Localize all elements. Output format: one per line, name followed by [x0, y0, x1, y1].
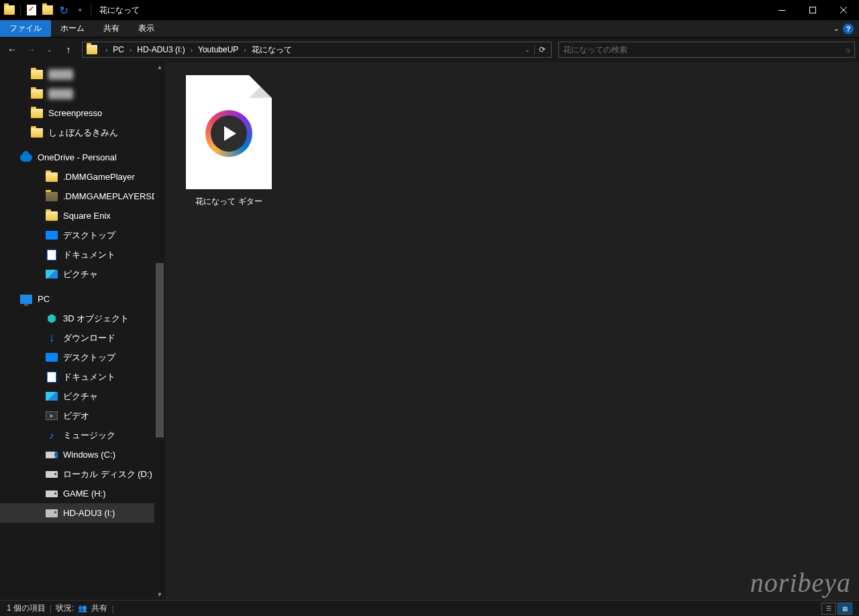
sidebar-item-documents[interactable]: ドキュメント: [0, 245, 165, 264]
up-button[interactable]: ↑: [60, 42, 77, 58]
details-view-button[interactable]: ☰: [821, 603, 836, 615]
search-input[interactable]: [563, 45, 846, 54]
separator: [91, 4, 91, 16]
media-file-icon: [186, 75, 272, 189]
undo-icon[interactable]: ↺: [57, 3, 70, 17]
sidebar-item-dmmgameplayersd[interactable]: .DMMGAMEPLAYERSD: [0, 187, 165, 206]
status-share-label: 状況:: [56, 603, 74, 614]
svg-rect-0: [778, 10, 785, 11]
nav-bar: ← → ⌄ ↑ › PC › HD-ADU3 (I:) › YoutubeUP …: [0, 38, 859, 62]
tab-view[interactable]: 表示: [129, 20, 164, 37]
sidebar-item-3dobjects[interactable]: ⬢3D オブジェクト: [0, 309, 165, 328]
qat-dropdown-icon[interactable]: ▾: [73, 3, 87, 17]
search-icon[interactable]: ⌕: [846, 45, 850, 54]
svg-rect-1: [810, 7, 816, 13]
chevron-right-icon[interactable]: ›: [125, 46, 136, 54]
music-icon: ♪: [46, 429, 58, 442]
folder-icon: [87, 45, 99, 55]
sidebar-item-music[interactable]: ♪ミュージック: [0, 425, 165, 445]
new-folder-icon[interactable]: [41, 3, 54, 17]
folder-icon: [3, 3, 16, 17]
icons-view-button[interactable]: ▦: [838, 603, 852, 615]
close-button[interactable]: [828, 0, 859, 20]
sidebar-scrollbar[interactable]: ▲ ▼: [154, 62, 165, 600]
sidebar-item-pictures[interactable]: ピクチャ: [0, 264, 165, 284]
ribbon-tabs: ファイル ホーム 共有 表示 ⌄ ?: [0, 20, 859, 38]
forward-button[interactable]: →: [23, 42, 39, 58]
sidebar-item-screenpresso[interactable]: Screenpresso: [0, 103, 165, 123]
sidebar-item-desktop[interactable]: デスクトップ: [0, 348, 165, 367]
sidebar-item-folder[interactable]: しょぼんるきみん: [0, 123, 165, 142]
cube-icon: ⬢: [46, 313, 58, 325]
quick-access-toolbar: ↺ ▾: [0, 3, 95, 17]
ribbon-expand-icon[interactable]: ⌄: [833, 25, 839, 32]
sidebar-item-documents[interactable]: ドキュメント: [0, 367, 165, 387]
sidebar-item-hidden[interactable]: ████: [0, 84, 165, 103]
people-icon: 👥: [78, 604, 87, 613]
breadcrumb-folder-1[interactable]: YoutubeUP: [197, 45, 240, 54]
sidebar-item-squareenix[interactable]: Square Enix: [0, 206, 165, 225]
sidebar-item-pc[interactable]: PC: [0, 289, 165, 309]
sidebar-item-onedrive[interactable]: OneDrive - Personal: [0, 148, 165, 167]
chevron-right-icon[interactable]: ›: [240, 46, 250, 54]
separator: [20, 4, 21, 16]
address-dropdown-icon[interactable]: ⌄: [521, 46, 534, 53]
breadcrumb-pc[interactable]: PC: [111, 45, 125, 54]
sidebar-item-desktop[interactable]: デスクトップ: [0, 225, 165, 245]
breadcrumb-drive[interactable]: HD-ADU3 (I:): [136, 45, 186, 54]
scroll-up-icon[interactable]: ▲: [154, 62, 165, 72]
sidebar-item-drive-c[interactable]: Windows (C:): [0, 445, 165, 464]
file-list-pane[interactable]: 花になって ギター: [165, 62, 859, 600]
download-icon: ↓: [46, 332, 58, 344]
search-box[interactable]: ⌕: [558, 42, 855, 58]
title-bar: ↺ ▾ 花になって: [0, 0, 859, 20]
tab-share[interactable]: 共有: [94, 20, 129, 37]
help-icon[interactable]: ?: [843, 23, 854, 34]
sidebar-item-drive-i[interactable]: HD-ADU3 (I:): [0, 503, 165, 523]
play-icon: [205, 110, 252, 157]
status-share-value: 共有: [91, 603, 107, 614]
sidebar-item-drive-d[interactable]: ローカル ディスク (D:): [0, 464, 165, 484]
sidebar-item-downloads[interactable]: ↓ダウンロード: [0, 328, 165, 348]
address-bar[interactable]: › PC › HD-ADU3 (I:) › YoutubeUP › 花になって …: [82, 42, 552, 58]
window-title: 花になって: [95, 5, 140, 16]
sidebar-item-hidden[interactable]: ████: [0, 64, 165, 84]
sidebar-item-drive-h[interactable]: GAME (H:): [0, 484, 165, 503]
breadcrumb-folder-2[interactable]: 花になって: [250, 44, 293, 56]
scrollbar-thumb[interactable]: [156, 263, 164, 438]
navigation-pane: ████ ████ Screenpresso しょぼんるきみん OneDrive…: [0, 62, 165, 600]
window-controls: [766, 0, 859, 20]
scroll-down-icon[interactable]: ▼: [154, 589, 165, 600]
chevron-right-icon[interactable]: ›: [187, 46, 197, 54]
tab-file[interactable]: ファイル: [0, 20, 51, 37]
refresh-icon[interactable]: ⟳: [534, 45, 550, 54]
status-bar: 1 個の項目 | 状況: 👥 共有 | ☰ ▦: [0, 600, 859, 616]
status-item-count: 1 個の項目: [7, 603, 46, 614]
sidebar-item-dmmgameplayer[interactable]: .DMMGamePlayer: [0, 167, 165, 187]
sidebar-item-videos[interactable]: ビデオ: [0, 406, 165, 425]
file-label: 花になって ギター: [195, 196, 262, 207]
minimize-button[interactable]: [766, 0, 797, 20]
chevron-right-icon[interactable]: ›: [101, 46, 111, 54]
properties-icon[interactable]: [25, 3, 38, 17]
file-item[interactable]: 花になって ギター: [179, 75, 279, 207]
recent-dropdown[interactable]: ⌄: [42, 42, 58, 58]
sidebar-item-pictures[interactable]: ピクチャ: [0, 387, 165, 406]
back-button[interactable]: ←: [4, 42, 20, 58]
maximize-button[interactable]: [797, 0, 828, 20]
tab-home[interactable]: ホーム: [51, 20, 94, 37]
